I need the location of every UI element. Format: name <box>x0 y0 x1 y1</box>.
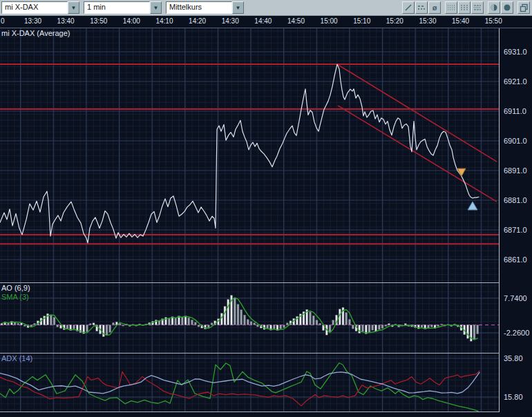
sma-indicator-label: SMA (3) <box>1 293 29 301</box>
grid-style-1-button[interactable] <box>445 1 457 14</box>
time-label: 15:00 <box>321 17 338 25</box>
time-label: 0 <box>1 17 5 25</box>
time-label: 14:10 <box>155 17 173 25</box>
dashed-trendline-button[interactable] <box>415 1 428 14</box>
drawing-tools-group: ø <box>402 1 441 14</box>
time-label: 14:20 <box>189 17 206 25</box>
dashed-line-icon <box>417 3 426 12</box>
symbol-dropdown-button[interactable]: ▼ <box>68 1 79 14</box>
window-group <box>517 1 531 14</box>
adx-axis-value: 15.80 <box>504 393 523 401</box>
toolbar: mi X-DAX ▼ 1 min ▼ Mittelkurs ▼ ø <box>0 0 532 16</box>
price-type-dropdown-button[interactable]: ▼ <box>232 1 244 14</box>
chevron-down-icon: ▼ <box>153 5 159 11</box>
price-axis-value: 6891.0 <box>504 166 527 175</box>
grid-dashes-icon <box>460 3 468 12</box>
grid-mixed-icon <box>473 3 482 12</box>
time-label: 15:40 <box>452 17 469 25</box>
panel-separator <box>0 411 532 412</box>
price-type-select[interactable]: Mittelkurs <box>166 1 232 14</box>
line-tool-button[interactable] <box>402 1 415 14</box>
panel-separator <box>0 353 532 353</box>
time-axis[interactable]: 013:3013:4013:5014:0014:1014:2014:3014:4… <box>0 16 532 28</box>
price-axis-value: 6871.0 <box>504 226 527 234</box>
half-circle-icon <box>490 3 498 12</box>
buy-signal-marker <box>468 202 477 210</box>
time-label: 14:30 <box>222 17 239 25</box>
ao-indicator-label: AO (6,9) <box>1 284 30 292</box>
grid-style-3-button[interactable] <box>471 1 484 14</box>
price-axis-value: 6911.0 <box>504 107 526 115</box>
panel-separator <box>0 282 532 283</box>
time-label: 15:20 <box>386 17 403 25</box>
time-label: 14:00 <box>123 17 140 25</box>
circle-half-button[interactable] <box>488 1 500 14</box>
interval-select[interactable]: 1 min <box>84 1 150 14</box>
time-label: 13:30 <box>24 17 41 25</box>
price-type-combo: Mittelkurs ▼ <box>166 1 244 14</box>
time-label: 14:50 <box>287 17 305 25</box>
price-axis[interactable]: 6931.06921.06911.06901.06891.06881.06871… <box>499 28 532 412</box>
ellipse-tool-button[interactable]: ø <box>428 1 441 14</box>
cascade-windows-button[interactable] <box>517 1 530 14</box>
time-label: 14:40 <box>254 17 272 25</box>
time-label: 15:30 <box>419 17 436 25</box>
price-axis-value: 6921.0 <box>504 77 527 86</box>
grid-style-group <box>445 1 484 14</box>
chevron-down-icon: ▼ <box>71 5 77 11</box>
time-label: 13:40 <box>57 17 75 25</box>
adx-axis-value: 35.80 <box>504 354 523 362</box>
time-label: 15:10 <box>353 17 370 25</box>
ao-indicator-panel[interactable] <box>0 283 499 353</box>
price-axis-value: 6931.0 <box>504 48 527 56</box>
chevron-down-icon: ▼ <box>236 5 241 11</box>
price-axis-value: 6901.0 <box>504 137 527 145</box>
symbol-select[interactable]: mi X-DAX <box>1 1 68 14</box>
grid-dots-icon <box>447 3 455 12</box>
price-axis-value: 6861.0 <box>504 255 527 264</box>
display-mode-group <box>488 1 514 14</box>
grid-style-2-button[interactable] <box>458 1 471 14</box>
ao-axis-value: -2.2600 <box>504 329 529 337</box>
chart-symbol-label: mi X-DAX (Average) <box>1 29 70 37</box>
line-tool-icon <box>404 3 412 12</box>
time-label: 15:50 <box>485 17 502 25</box>
circle-full-button[interactable] <box>501 1 513 14</box>
interval-combo: 1 min ▼ <box>84 1 162 14</box>
adx-indicator-label: ADX (14) <box>1 354 32 362</box>
adx-indicator-panel[interactable] <box>0 353 499 411</box>
ao-axis-value: 7.7400 <box>504 294 527 302</box>
ellipse-icon: ø <box>433 3 437 12</box>
main-price-chart[interactable] <box>0 28 499 283</box>
price-axis-value: 6881.0 <box>504 196 527 204</box>
cascade-windows-icon <box>520 3 529 12</box>
interval-dropdown-button[interactable]: ▼ <box>150 1 162 14</box>
filled-circle-icon <box>503 3 511 12</box>
symbol-combo: mi X-DAX ▼ <box>1 1 79 14</box>
time-label: 13:50 <box>90 17 107 25</box>
